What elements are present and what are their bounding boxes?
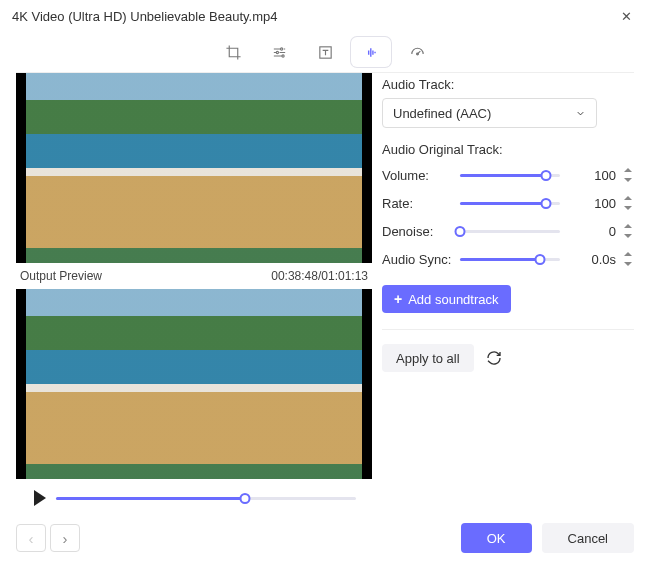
- audio-original-label: Audio Original Track:: [382, 142, 634, 157]
- text-tab[interactable]: [305, 37, 345, 67]
- timecode: 00:38:48/01:01:13: [271, 269, 368, 283]
- volume-stepper[interactable]: 100: [574, 164, 634, 186]
- next-nav-button[interactable]: ›: [50, 524, 80, 552]
- rate-down-icon[interactable]: [624, 206, 632, 210]
- volume-label: Volume:: [382, 168, 460, 183]
- audio-track-value: Undefined (AAC): [393, 106, 491, 121]
- volume-down-icon[interactable]: [624, 178, 632, 182]
- add-soundtrack-label: Add soundtrack: [408, 292, 498, 307]
- speed-tab[interactable]: [397, 37, 437, 67]
- cancel-button[interactable]: Cancel: [542, 523, 634, 553]
- denoise-up-icon[interactable]: [624, 224, 632, 228]
- denoise-slider[interactable]: [460, 224, 560, 238]
- sync-stepper[interactable]: 0.0s: [574, 248, 634, 270]
- output-preview: [16, 289, 372, 479]
- denoise-stepper[interactable]: 0: [574, 220, 634, 242]
- svg-point-0: [280, 47, 282, 49]
- prev-nav-button: ‹: [16, 524, 46, 552]
- denoise-label: Denoise:: [382, 224, 460, 239]
- original-preview: [16, 73, 372, 263]
- audio-tab[interactable]: [351, 37, 391, 67]
- svg-point-4: [416, 52, 418, 54]
- refresh-icon[interactable]: [486, 350, 502, 366]
- play-button[interactable]: [34, 490, 46, 506]
- sync-slider[interactable]: [460, 252, 560, 266]
- rate-slider[interactable]: [460, 196, 560, 210]
- plus-icon: +: [394, 291, 402, 307]
- volume-up-icon[interactable]: [624, 168, 632, 172]
- crop-tab[interactable]: [213, 37, 253, 67]
- sync-label: Audio Sync:: [382, 252, 460, 267]
- audio-track-label: Audio Track:: [382, 77, 634, 92]
- window-title: 4K Video (Ultra HD) Unbelievable Beauty.…: [12, 9, 615, 24]
- sync-up-icon[interactable]: [624, 252, 632, 256]
- adjust-tab[interactable]: [259, 37, 299, 67]
- sync-down-icon[interactable]: [624, 262, 632, 266]
- svg-point-1: [276, 51, 278, 53]
- close-icon[interactable]: ✕: [615, 5, 638, 28]
- apply-to-all-label: Apply to all: [396, 351, 460, 366]
- timeline-slider[interactable]: [56, 491, 356, 505]
- svg-point-2: [281, 54, 283, 56]
- ok-button[interactable]: OK: [461, 523, 532, 553]
- audio-track-select[interactable]: Undefined (AAC): [382, 98, 597, 128]
- chevron-down-icon: [575, 108, 586, 119]
- add-soundtrack-button[interactable]: + Add soundtrack: [382, 285, 511, 313]
- denoise-down-icon[interactable]: [624, 234, 632, 238]
- tool-tabs: [0, 32, 650, 72]
- output-preview-label: Output Preview: [20, 269, 102, 283]
- rate-stepper[interactable]: 100: [574, 192, 634, 214]
- volume-slider[interactable]: [460, 168, 560, 182]
- rate-up-icon[interactable]: [624, 196, 632, 200]
- apply-to-all-button[interactable]: Apply to all: [382, 344, 474, 372]
- rate-label: Rate:: [382, 196, 460, 211]
